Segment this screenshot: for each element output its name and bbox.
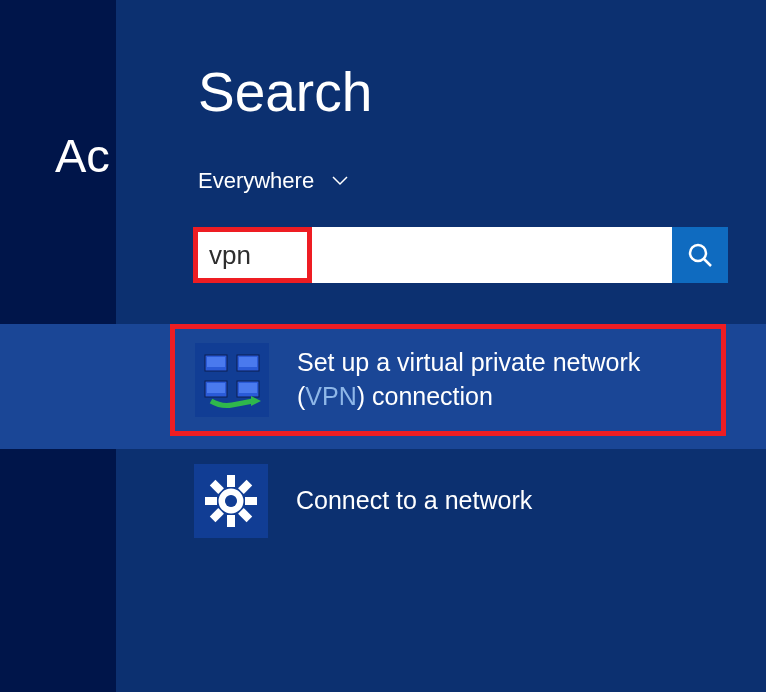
search-button[interactable] bbox=[672, 227, 728, 283]
svg-rect-17 bbox=[238, 480, 252, 494]
gear-icon bbox=[203, 473, 259, 529]
result-connect-network[interactable]: Connect to a network bbox=[116, 446, 766, 556]
svg-point-0 bbox=[690, 245, 706, 261]
result-label: Set up a virtual private network (VPN) c… bbox=[297, 346, 699, 414]
svg-rect-7 bbox=[207, 383, 225, 393]
search-scope-label: Everywhere bbox=[198, 168, 314, 194]
svg-point-21 bbox=[225, 495, 237, 507]
search-box bbox=[193, 227, 728, 283]
search-scope-dropdown[interactable]: Everywhere bbox=[198, 168, 348, 194]
chevron-down-icon bbox=[332, 176, 348, 186]
svg-rect-18 bbox=[210, 508, 224, 522]
search-icon bbox=[687, 242, 713, 268]
svg-rect-16 bbox=[245, 497, 257, 505]
svg-rect-14 bbox=[227, 515, 235, 527]
svg-rect-20 bbox=[238, 508, 252, 522]
svg-rect-15 bbox=[205, 497, 217, 505]
svg-rect-5 bbox=[239, 357, 257, 367]
search-title: Search bbox=[198, 60, 372, 124]
search-match-highlight: VPN bbox=[305, 382, 356, 410]
svg-rect-3 bbox=[207, 357, 225, 367]
search-results: Set up a virtual private network (VPN) c… bbox=[116, 324, 766, 556]
search-panel: Search Everywhere bbox=[116, 0, 766, 692]
result-setup-vpn[interactable]: Set up a virtual private network (VPN) c… bbox=[170, 324, 726, 436]
background-text: Ac bbox=[55, 128, 110, 183]
result-icon-box bbox=[195, 343, 269, 417]
search-input[interactable] bbox=[193, 227, 672, 283]
svg-line-1 bbox=[704, 259, 711, 266]
svg-rect-13 bbox=[227, 475, 235, 487]
svg-rect-19 bbox=[210, 480, 224, 494]
svg-rect-9 bbox=[239, 383, 257, 393]
result-icon-box bbox=[194, 464, 268, 538]
result-label: Connect to a network bbox=[296, 484, 532, 518]
vpn-network-icon bbox=[201, 349, 263, 411]
